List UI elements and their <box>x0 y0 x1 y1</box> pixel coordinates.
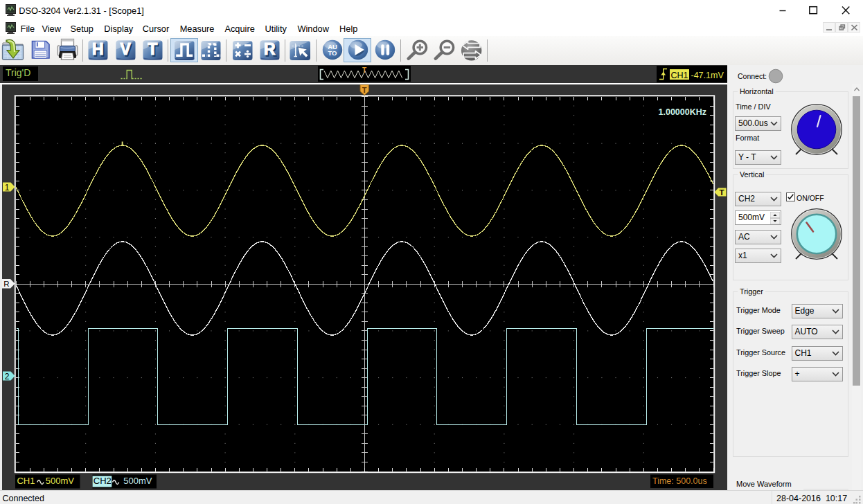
svg-text:CH1: CH1 <box>17 476 35 486</box>
svg-text:T: T <box>719 188 724 197</box>
svg-text:TO: TO <box>328 49 337 57</box>
svg-text:R: R <box>3 280 9 288</box>
svg-text:Time: 500.0us: Time: 500.0us <box>652 476 707 486</box>
svg-text:2: 2 <box>5 372 10 381</box>
svg-text:T: T <box>362 66 366 74</box>
svg-text:CH2: CH2 <box>94 476 112 486</box>
svg-text:V: V <box>121 40 132 58</box>
svg-text:500mV: 500mV <box>46 476 75 486</box>
svg-text:R: R <box>263 40 275 58</box>
svg-text:500mV: 500mV <box>123 476 152 486</box>
svg-text:T: T <box>148 40 157 58</box>
svg-text:1.00000KHz: 1.00000KHz <box>659 107 707 117</box>
svg-text:T: T <box>362 86 367 94</box>
svg-text:1: 1 <box>5 183 10 192</box>
svg-text:H: H <box>92 40 104 58</box>
